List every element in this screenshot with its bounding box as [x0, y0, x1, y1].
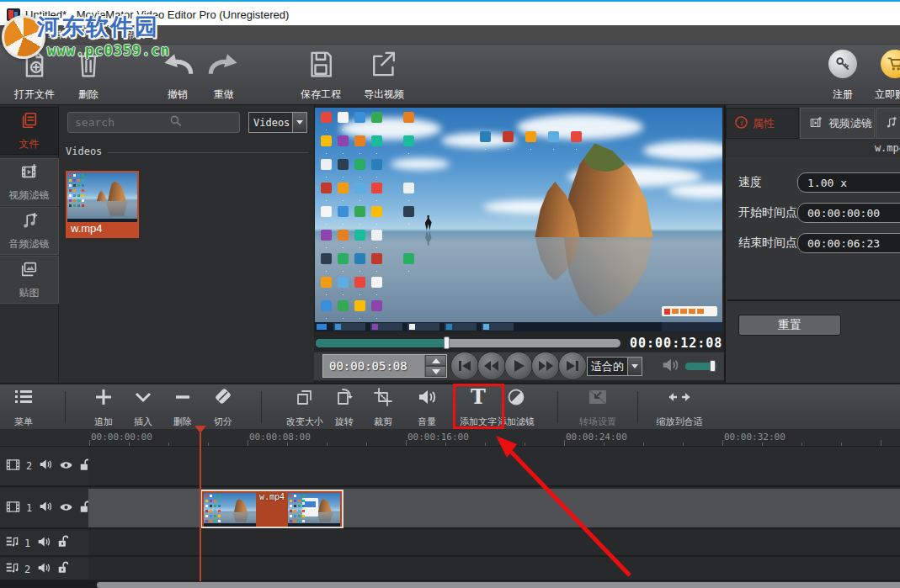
- end-time-input[interactable]: 00:00:06:23: [797, 233, 900, 253]
- audio-track-1-header[interactable]: 1: [0, 531, 88, 557]
- properties-file-name: w.mp4: [875, 142, 900, 154]
- music-note-plus-icon: [885, 116, 897, 131]
- tab-audio-filters[interactable]: 音频滤镜: [876, 108, 900, 139]
- chevron-down-icon: [296, 120, 303, 124]
- volume-icon[interactable]: [661, 357, 679, 377]
- ruler-tick: [604, 442, 604, 446]
- eye-icon[interactable]: [59, 501, 73, 516]
- time-up-button[interactable]: [425, 355, 446, 366]
- media-clip-card[interactable]: w.mp4: [66, 171, 139, 238]
- ruler-tick: [287, 442, 288, 446]
- menu-help[interactable]: 帮助: [116, 25, 155, 44]
- speaker-icon[interactable]: [36, 562, 51, 577]
- skip-end-icon: [566, 360, 579, 372]
- export-video-button[interactable]: 导出视频: [353, 50, 415, 102]
- search-box[interactable]: [67, 112, 240, 133]
- ruler-label: 00:00:08:00: [249, 432, 311, 442]
- sidebar-item-stickers[interactable]: 贴图: [0, 256, 59, 304]
- media-type-dropdown[interactable]: Videos: [248, 112, 307, 133]
- ruler-tick: [722, 440, 723, 446]
- volume-handle[interactable]: [710, 360, 716, 372]
- redo-button[interactable]: 重做: [193, 50, 255, 102]
- ruler-tick: [445, 442, 446, 446]
- tab-properties[interactable]: i 属性: [726, 108, 799, 139]
- open-file-button[interactable]: 打开文件: [3, 50, 66, 102]
- film-icon: [6, 501, 20, 516]
- audio-track-2-header[interactable]: 2: [0, 559, 88, 581]
- app-icon: [7, 8, 20, 21]
- unlock-icon[interactable]: [57, 535, 68, 551]
- unlock-icon[interactable]: [57, 561, 68, 577]
- speaker-icon[interactable]: [36, 536, 51, 551]
- tab-video-filters[interactable]: 视频滤镜: [800, 108, 875, 139]
- fast-forward-button[interactable]: [531, 352, 560, 380]
- rotate-icon: [335, 388, 354, 410]
- crop-button[interactable]: 裁剪: [358, 388, 408, 428]
- timeline-scrollbar[interactable]: [97, 582, 900, 588]
- blade-icon: [214, 388, 232, 410]
- skip-start-button[interactable]: [450, 352, 479, 380]
- dropdown-button[interactable]: [292, 113, 306, 132]
- search-input[interactable]: [68, 116, 144, 129]
- film-icon: [6, 458, 20, 474]
- system-tray: [662, 322, 722, 331]
- menu-file[interactable]: 文件: [0, 25, 39, 44]
- menu-list-icon: [13, 388, 34, 410]
- audio-track-2-lane[interactable]: [88, 559, 900, 581]
- seek-handle[interactable]: [444, 336, 450, 349]
- video-track-2-header[interactable]: 2: [0, 447, 88, 487]
- current-time-field[interactable]: 00:00:05:08: [322, 354, 447, 378]
- sidebar-item-video-filters[interactable]: 视频滤镜: [0, 158, 59, 206]
- play-button[interactable]: [504, 352, 533, 380]
- save-icon: [307, 50, 334, 78]
- sidebar-item-files[interactable]: 文件: [0, 107, 59, 155]
- seek-bar-progress: [316, 339, 446, 347]
- menu-edit[interactable]: 编辑: [39, 25, 77, 44]
- ruler-label: 00:00:16:00: [407, 432, 469, 442]
- rock-reflection: [563, 236, 652, 317]
- total-time: 00:00:12:08: [630, 336, 718, 351]
- transition-settings-button[interactable]: 转场设置: [572, 388, 623, 428]
- reset-button[interactable]: 重置: [738, 315, 841, 336]
- timeline-ruler[interactable]: 00:00:00:0000:00:08:0000:00:16:0000:00:2…: [0, 429, 900, 447]
- start-button: [317, 324, 327, 330]
- audio-track-1-lane[interactable]: [88, 531, 900, 557]
- menu-settings[interactable]: 设置: [77, 25, 116, 44]
- rewind-button[interactable]: [477, 352, 506, 380]
- sidebar-item-audio-filters[interactable]: 音频滤镜: [0, 207, 59, 255]
- chevron-down-icon: [432, 369, 440, 374]
- playhead-marker[interactable]: [194, 426, 206, 433]
- buy-now-button[interactable]: 立即购买: [864, 50, 900, 102]
- highlight-box: [453, 384, 504, 429]
- timeline-menu-button[interactable]: 菜单: [0, 388, 49, 428]
- time-down-button[interactable]: [425, 366, 446, 377]
- split-button[interactable]: 切分: [198, 388, 248, 428]
- zoom-fit-button[interactable]: 缩放到合适: [654, 388, 705, 428]
- speed-input[interactable]: 1.00 x: [797, 172, 900, 193]
- end-time-label: 结束时间点: [738, 236, 797, 251]
- fit-arrows-icon: [668, 388, 690, 410]
- skip-end-button[interactable]: [558, 352, 587, 380]
- speaker-icon[interactable]: [38, 501, 53, 516]
- delete-button[interactable]: 删除: [57, 50, 120, 102]
- ruler-tick: [525, 442, 525, 446]
- chevron-down-icon: [631, 364, 638, 368]
- video-track-2-lane[interactable]: [88, 447, 900, 487]
- zoom-mode-dropdown[interactable]: 适合的: [587, 357, 642, 376]
- eye-icon[interactable]: [59, 458, 73, 474]
- video-track-1-header[interactable]: 1: [0, 489, 88, 529]
- playhead[interactable]: [200, 432, 201, 581]
- media-section-title: Videos: [66, 146, 102, 157]
- start-time-input[interactable]: 00:00:00:00: [797, 203, 900, 223]
- chevron-up-icon: [432, 358, 440, 363]
- timeline-clip[interactable]: w.mp4: [200, 490, 343, 528]
- dropdown-button[interactable]: [627, 358, 642, 375]
- save-project-button[interactable]: 保存工程: [290, 50, 352, 102]
- video-preview[interactable]: [315, 108, 722, 331]
- ruler-tick: [801, 442, 802, 446]
- clip-volume-button[interactable]: 音量: [402, 388, 452, 428]
- speaker-icon[interactable]: [38, 458, 53, 474]
- clip-name-label: w.mp4: [67, 222, 137, 236]
- plus-icon: [94, 388, 113, 410]
- ruler-tick: [683, 442, 684, 446]
